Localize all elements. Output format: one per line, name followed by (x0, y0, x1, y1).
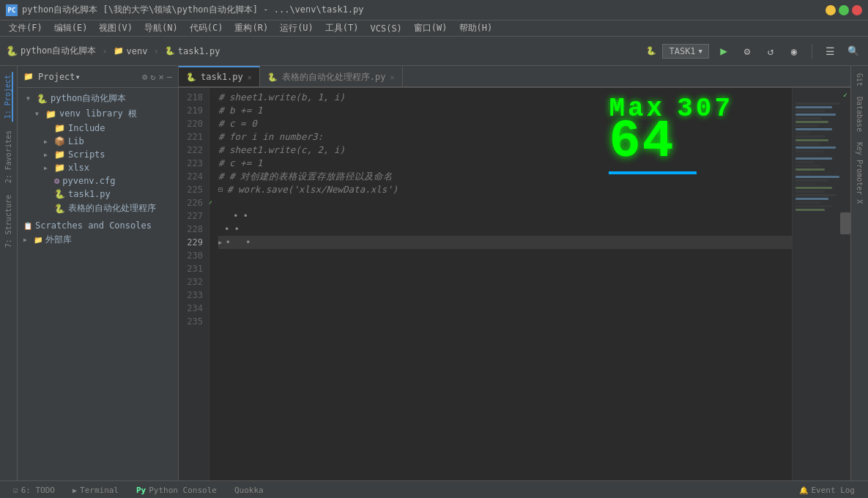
tree-item-xlsx[interactable]: ▶ 📁 xlsx (18, 161, 178, 174)
tree-item-task1[interactable]: 🐍 task1.py (18, 187, 178, 201)
tree-arrow-root: ▼ (26, 95, 34, 102)
tab-task1[interactable]: 🐍 task1.py ✕ (179, 66, 260, 86)
menu-help[interactable]: 帮助(H) (453, 21, 499, 36)
app-icon: PC (6, 4, 18, 16)
tree-pyvenv-label: pyvenv.cfg (62, 176, 115, 186)
menu-run[interactable]: 运行(U) (274, 21, 319, 36)
mini-line-25 (795, 190, 825, 193)
menu-navigate[interactable]: 导航(N) (138, 21, 184, 36)
scratches-label: Scratches and Consoles (35, 220, 152, 231)
reload-button[interactable]: ↺ (762, 42, 779, 60)
menu-refactor[interactable]: 重构(R) (229, 21, 274, 36)
check-226: ✓ (209, 196, 212, 209)
mini-line-19 (795, 168, 825, 171)
project-collapse-icon[interactable]: ✕ (159, 72, 164, 82)
menu-code[interactable]: 代码(C) (184, 21, 229, 36)
python-console-icon: Py (136, 486, 146, 495)
mini-line-22 (795, 179, 828, 182)
project-panel: 📁 Project▾ ⚙ ↻ ✕ — ▼ 🐍 python自动化脚本 ▼ 📁 v… (18, 66, 179, 480)
search-button[interactable]: 🔍 (845, 42, 862, 60)
tab-table-close[interactable]: ✕ (390, 73, 395, 81)
menu-vcs[interactable]: VCS(S) (365, 22, 408, 35)
tree-item-scratches[interactable]: 📋 Scratches and Consoles (18, 219, 178, 232)
list-button[interactable]: ☰ (821, 42, 839, 60)
bottom-tab-todo[interactable]: ☑ 6: TODO (6, 484, 62, 497)
sidebar-favorites-label[interactable]: 2: Favorites (4, 127, 12, 186)
breadcrumb-project-label: python自动化脚本 (21, 45, 96, 57)
tree-item-venv[interactable]: ▼ 📁 venv library 根 (18, 106, 178, 122)
bottom-tab-python-console[interactable]: Py Python Console (129, 484, 224, 497)
left-toggle: 1: Project 2: Favorites 7: Structure (0, 66, 18, 480)
mini-line-24 (795, 187, 832, 189)
menu-window[interactable]: 窗口(W) (408, 21, 453, 36)
right-panel-database[interactable]: Database (854, 92, 865, 136)
tree-item-pyvenv[interactable]: ⚙ pyvenv.cfg (18, 174, 178, 187)
menu-tools[interactable]: 工具(T) (319, 21, 365, 36)
mini-line-17 (795, 161, 814, 163)
maximize-button[interactable] (839, 5, 849, 15)
tab-task1-icon: 🐍 (186, 73, 196, 82)
dot-227b: • (243, 209, 249, 223)
tab-task1-label: task1.py (201, 72, 243, 82)
code-221-text: # for i in number3: (218, 130, 323, 144)
project-expand-icon[interactable]: ↻ (150, 72, 155, 82)
code-area[interactable]: 218 219 220 221 222 223 224 225 226 227 … (179, 88, 850, 480)
line-224: 224 (179, 170, 203, 183)
task-selector[interactable]: TASK1 ▼ (662, 44, 709, 59)
terminal-label: Terminal (80, 486, 119, 495)
code-content[interactable]: # sheet1.write(b, 1, i) # b += 1 # c = 0… (209, 88, 792, 480)
menu-file[interactable]: 文件(F) (3, 21, 48, 36)
code-line-228: • • (218, 223, 792, 236)
bottom-tab-event-log[interactable]: 🔔 Event Log (792, 484, 862, 497)
line-222: 222 (179, 144, 203, 157)
menu-view[interactable]: 视图(V) (93, 21, 138, 36)
tab-task1-close[interactable]: ✕ (248, 73, 252, 81)
tree-item-scripts[interactable]: ▶ 📁 Scripts (18, 148, 178, 161)
breadcrumb-venv[interactable]: 📁 venv (114, 46, 148, 56)
breadcrumb-file-label: task1.py (178, 46, 220, 56)
line-227: 227 (179, 209, 203, 223)
code-222-text: # sheet1.write(c, 2, i) (218, 144, 345, 157)
tree-item-table[interactable]: 🐍 表格的自动化处理程序 (18, 201, 178, 216)
coverage-button[interactable]: ◉ (785, 42, 803, 60)
menu-edit[interactable]: 编辑(E) (48, 21, 94, 36)
dot-229b: • (245, 236, 251, 249)
minimap-thumb[interactable] (840, 212, 850, 234)
tree-item-external[interactable]: ▶ 📁 外部库 (18, 232, 178, 248)
tree-folder-scripts-icon: 📁 (54, 149, 65, 160)
breadcrumb-project[interactable]: 🐍 python自动化脚本 (6, 45, 96, 57)
tree-item-root[interactable]: ▼ 🐍 python自动化脚本 (18, 91, 178, 106)
project-gear-icon[interactable]: ⚙ (142, 72, 147, 82)
tree-py-task1-icon: 🐍 (54, 189, 65, 199)
sidebar-structure-label[interactable]: 7: Structure (4, 192, 12, 250)
tree-xlsx-label: xlsx (68, 163, 89, 173)
minimap-check-icon: ✓ (843, 91, 847, 99)
bottom-tabs: ☑ 6: TODO ▶ Terminal Py Python Console Q… (0, 480, 868, 498)
tree-arrow-external: ▶ (23, 237, 31, 243)
right-panel-key-promoter[interactable]: Key Promoter X (854, 138, 865, 208)
tree-item-include[interactable]: 📁 Include (18, 122, 178, 135)
code-line-227: • • (218, 209, 792, 223)
fold-arrow-225: ⊟ (218, 183, 223, 196)
close-button[interactable] (852, 5, 862, 15)
tree-item-lib[interactable]: ▶ 📦 Lib (18, 135, 178, 148)
main-layout: 1: Project 2: Favorites 7: Structure 📁 P… (0, 66, 868, 480)
tab-table[interactable]: 🐍 表格的自动化处理程序.py ✕ (260, 66, 403, 86)
breadcrumb-sep1: › (102, 46, 107, 56)
line-231: 231 (179, 262, 203, 275)
bottom-tab-quokka[interactable]: Quokka (227, 484, 271, 497)
run-button[interactable]: ▶ (715, 42, 732, 60)
settings-button[interactable]: ⚙ (738, 42, 756, 60)
mini-line-10 (795, 135, 825, 138)
mini-line-12 (795, 143, 821, 145)
bottom-tab-terminal[interactable]: ▶ Terminal (65, 484, 126, 497)
code-line-231 (218, 262, 792, 275)
tree-lib-label: Lib (68, 136, 84, 146)
sidebar-project-label[interactable]: 1: Project (4, 72, 13, 122)
mini-line-20 (795, 172, 810, 174)
tree-root-label: python自动化脚本 (51, 92, 126, 105)
project-pin-icon[interactable]: — (167, 72, 172, 82)
right-panel-git[interactable]: Git (854, 69, 865, 91)
breadcrumb-file[interactable]: 🐍 task1.py (165, 46, 220, 56)
minimize-button[interactable] (826, 5, 836, 15)
